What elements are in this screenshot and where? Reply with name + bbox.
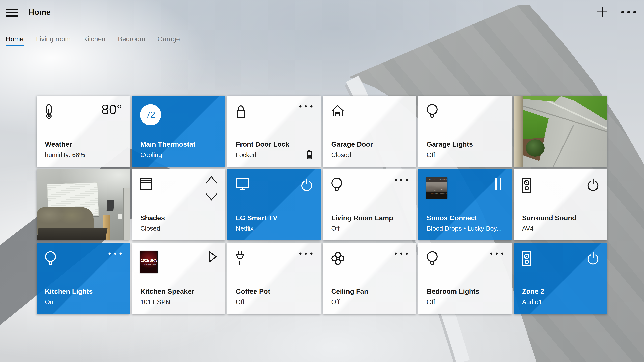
tile-title: Living Room Lamp [331,214,393,222]
camera-grass [523,95,562,102]
power-button[interactable] [300,178,313,191]
room-tabs: Home Living room Kitchen Bedroom Garage [6,35,180,43]
album-art-image [426,182,448,192]
tile-kitchen-lights[interactable]: Kitchen Lights On [36,243,130,314]
ellipsis-icon [394,252,408,255]
tile-status: On [45,299,54,306]
shade-controls [205,175,218,201]
tile-title: Sonos Connect [427,214,477,222]
shade-down-button[interactable] [205,193,218,201]
driveway-camera-tile[interactable] [514,95,607,167]
tile-status: humidity: 68% [45,151,85,159]
tile-status: Closed [140,225,160,232]
tile-garage-lights[interactable]: Garage Lights Off [418,95,512,167]
tile-menu-button[interactable] [299,252,312,255]
ellipsis-icon [108,252,122,255]
album-artist: LUCKY BOYS CONFUSION [426,177,448,182]
tile-menu-button[interactable] [108,252,122,255]
tile-title: Bedroom Lights [427,288,479,295]
lightbulb-icon [44,251,57,266]
speaker-icon [522,251,532,267]
play-icon [208,250,218,263]
camera-table [36,228,108,241]
power-button[interactable] [587,251,599,265]
tile-ceiling-fan[interactable]: Ceiling Fan Off [323,243,416,314]
camera-door [124,188,130,241]
tab-kitchen[interactable]: Kitchen [83,35,105,43]
tab-living-room[interactable]: Living room [36,35,71,43]
station-logo-subtext: St.Louis' Sports Station [142,264,156,266]
tile-title: Ceiling Fan [331,288,368,295]
ellipsis-icon [299,105,312,108]
tile-living-room-lamp[interactable]: Living Room Lamp Off [323,169,416,241]
tab-bedroom[interactable]: Bedroom [118,35,145,43]
menu-button[interactable] [6,9,18,17]
ellipsis-icon [621,11,636,13]
tile-status: Off [427,151,435,159]
tile-status: Off [236,299,244,306]
tile-status: Cooling [140,151,162,159]
garage-icon [330,104,345,117]
pause-button[interactable] [495,177,502,191]
tile-sonos-connect[interactable]: LUCKY BOYS CONFUSION CROSSING ARGUMENTS … [418,169,512,241]
tile-title: Shades [140,214,165,222]
shades-icon [140,177,152,191]
tile-title: Front Door Lock [236,141,289,148]
tile-menu-button[interactable] [394,179,408,181]
plus-icon [597,7,608,17]
fan-icon [330,251,345,266]
tile-menu-button[interactable] [394,252,408,255]
tile-title: Main Thermostat [140,141,196,148]
tile-status: Off [427,299,435,306]
tile-status: Locked [236,151,256,159]
tile-status: Off [331,225,340,232]
tile-front-door-lock[interactable]: Front Door Lock Locked [228,95,321,167]
tab-garage[interactable]: Garage [158,35,180,43]
device-tile-grid: 80° Weather humidity: 68% 72 Main Thermo… [36,95,607,314]
tv-icon [235,177,250,191]
tile-shades[interactable]: Shades Closed [132,169,225,241]
power-icon [300,178,313,191]
camera-house-wall [514,95,523,167]
tile-status: Netflix [236,225,254,232]
more-button[interactable] [621,11,636,13]
lightbulb-icon [426,251,438,266]
tab-home[interactable]: Home [6,35,24,43]
tile-title: Kitchen Speaker [140,288,194,295]
power-button[interactable] [587,178,599,191]
tile-status: AV4 [522,225,534,232]
album-caption: CROSSING ARGUMENTS [426,192,448,199]
tile-lg-smart-tv[interactable]: LG Smart TV Netflix [228,169,321,241]
station-logo: 101ESPN St.Louis' Sports Station [140,251,158,273]
tile-status: Audio1 [522,299,542,306]
add-button[interactable] [597,7,608,17]
tile-menu-button[interactable] [299,105,312,108]
tile-title: Garage Door [331,141,373,148]
tile-status: 101 ESPN [140,299,170,306]
living-room-camera-tile[interactable] [36,169,130,241]
tile-weather[interactable]: 80° Weather humidity: 68% [36,95,130,167]
tile-title: Coffee Pot [236,288,270,295]
tile-menu-button[interactable] [490,252,504,255]
shade-up-button[interactable] [205,175,218,184]
battery-icon [306,149,312,160]
power-icon [587,251,599,265]
tile-garage-door[interactable]: Garage Door Closed [323,95,416,167]
camera-outlet [118,214,122,219]
tile-title: Kitchen Lights [45,288,93,295]
tile-title: LG Smart TV [236,214,278,222]
setpoint-badge[interactable]: 72 [140,104,161,125]
tile-bedroom-lights[interactable]: Bedroom Lights Off [418,243,512,314]
ellipsis-icon [299,252,312,255]
tile-main-thermostat[interactable]: 72 Main Thermostat Cooling [132,95,225,167]
tile-title: Zone 2 [522,288,544,295]
tile-coffee-pot[interactable]: Coffee Pot Off [228,243,321,314]
page-title: Home [28,7,51,16]
ellipsis-icon [394,179,408,181]
play-button[interactable] [208,250,218,263]
tile-kitchen-speaker[interactable]: 101ESPN St.Louis' Sports Station Kitchen… [132,243,225,314]
tile-zone-2[interactable]: Zone 2 Audio1 [514,243,607,314]
power-icon [587,178,599,191]
tile-surround-sound[interactable]: Surround Sound AV4 [514,169,607,241]
lightbulb-icon [330,177,343,192]
